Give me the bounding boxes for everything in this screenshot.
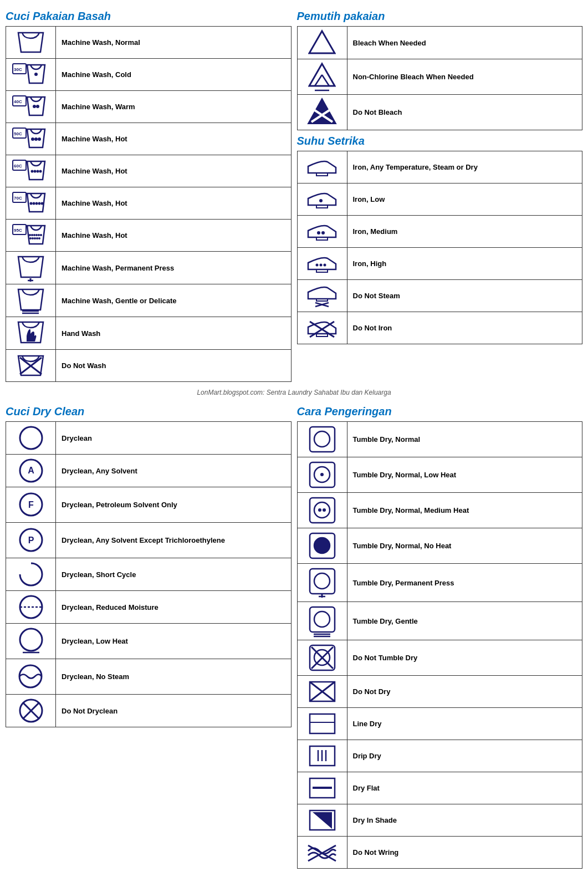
svg-point-77 <box>20 629 42 651</box>
do-not-wring-icon <box>297 837 347 869</box>
svg-rect-58 <box>316 269 328 272</box>
svg-marker-49 <box>308 99 336 124</box>
svg-text:40C: 40C <box>14 99 22 104</box>
table-row: 95C <box>6 220 292 252</box>
table-row: Do Not Iron <box>297 312 582 344</box>
svg-text:A: A <box>28 466 34 475</box>
wash-gentle-icon <box>6 284 56 317</box>
svg-point-11 <box>38 137 41 141</box>
table-row: Do Not Tumble Dry <box>297 640 582 676</box>
svg-point-29 <box>33 234 35 236</box>
do-not-tumble-dry-label: Do Not Tumble Dry <box>347 640 582 676</box>
dryclean-short-cycle-label: Dryclean, Short Cycle <box>56 558 292 591</box>
table-row: Do Not Bleach <box>297 95 582 130</box>
tumble-dry-gentle-icon <box>297 602 347 640</box>
table-row: Non-Chlorine Bleach When Needed <box>297 59 582 95</box>
do-not-wash-label: Do Not Wash <box>56 350 292 382</box>
dryclean-low-heat-icon <box>6 624 56 659</box>
wash-hot95-icon: 95C <box>6 220 56 252</box>
svg-point-34 <box>32 237 34 239</box>
dry-flat-icon <box>297 772 347 804</box>
tumble-dry-perm-press-icon <box>297 564 347 602</box>
iron-any-label: Iron, Any Temperature, Steam or Dry <box>347 151 582 183</box>
bleach-table: Bleach When Needed Non-Chlorine Bleach W… <box>297 26 583 130</box>
table-row: Dryclean <box>6 422 292 455</box>
svg-point-90 <box>318 508 321 512</box>
dryclean-section-title: Cuci Dry Clean <box>6 405 292 418</box>
svg-text:F: F <box>28 500 34 509</box>
iron-low-label: Iron, Low <box>347 183 582 216</box>
do-not-dryclean-icon <box>6 695 56 727</box>
svg-point-36 <box>36 237 38 239</box>
svg-rect-83 <box>310 427 335 452</box>
wash-gentle-label: Machine Wash, Gentle or Delicate <box>56 284 292 317</box>
dryclean-p-icon: P <box>6 523 56 558</box>
dryclean-any-solvent-icon: A <box>6 455 56 487</box>
dryclean-short-cycle-icon <box>6 558 56 591</box>
do-not-dry-icon <box>297 676 347 708</box>
drying-section-title: Cara Pengeringan <box>297 405 583 418</box>
svg-point-16 <box>36 170 39 173</box>
table-row: Hand Wash <box>6 317 292 350</box>
dryclean-no-steam-icon <box>6 659 56 695</box>
non-chlorine-bleach-icon <box>297 59 347 95</box>
table-row: Drip Dry <box>297 740 582 772</box>
svg-rect-88 <box>310 498 335 523</box>
table-row: Do Not Dryclean <box>6 695 292 727</box>
do-not-iron-icon <box>297 312 347 344</box>
tumble-dry-normal-label: Tumble Dry, Normal <box>347 422 582 457</box>
do-not-wash-icon <box>6 350 56 382</box>
svg-point-2 <box>34 73 38 76</box>
svg-rect-53 <box>316 205 328 208</box>
dryclean-no-steam-label: Dryclean, No Steam <box>56 659 292 695</box>
table-row: A Dryclean, Any Solvent <box>6 455 292 487</box>
svg-text:60C: 60C <box>14 164 22 169</box>
dryclean-any-solvent-label: Dryclean, Any Solvent <box>56 455 292 487</box>
iron-table: Iron, Any Temperature, Steam or Dry Iron… <box>297 151 583 344</box>
svg-point-91 <box>323 508 326 512</box>
svg-rect-109 <box>310 714 335 733</box>
wash-normal-icon <box>6 27 56 59</box>
wash-hot50-icon: 50C <box>6 123 56 155</box>
svg-rect-65 <box>316 334 328 337</box>
drip-dry-icon <box>297 740 347 772</box>
svg-point-35 <box>34 237 36 239</box>
tumble-dry-medium-label: Tumble Dry, Normal, Medium Heat <box>347 493 582 528</box>
svg-line-46 <box>315 75 322 86</box>
table-row: Do Not Wash <box>6 350 292 382</box>
svg-point-6 <box>36 105 39 108</box>
table-row: Dryclean, Reduced Moisture <box>6 591 292 624</box>
svg-text:30C: 30C <box>14 67 22 72</box>
bleach-section-title: Pemutih pakaian <box>297 10 583 23</box>
svg-rect-62 <box>316 299 328 301</box>
table-row: Bleach When Needed <box>297 27 582 59</box>
wash-warm-icon: 40C <box>6 91 56 123</box>
line-dry-icon <box>297 708 347 740</box>
table-row: Machine Wash, Gentle or Delicate <box>6 284 292 317</box>
svg-point-28 <box>31 234 33 236</box>
iron-medium-icon <box>297 216 347 248</box>
table-row: Dryclean, Short Cycle <box>6 558 292 591</box>
wash-cold-icon: 30C <box>6 59 56 91</box>
svg-text:50C: 50C <box>14 131 22 136</box>
table-row: 70C Machine Wash, Hot <box>6 187 292 220</box>
table-row: Machine Wash, Normal <box>6 27 292 59</box>
iron-high-icon <box>297 248 347 280</box>
line-dry-label: Line Dry <box>347 708 582 740</box>
svg-point-21 <box>32 202 35 205</box>
wash-perm-press-icon <box>6 252 56 284</box>
dry-in-shade-label: Dry In Shade <box>347 804 582 837</box>
svg-point-99 <box>314 611 330 627</box>
svg-point-32 <box>40 234 42 236</box>
svg-point-87 <box>320 473 324 476</box>
dryclean-label: Dryclean <box>56 422 292 455</box>
wash-warm-label: Machine Wash, Warm <box>56 91 292 123</box>
wash-perm-press-label: Machine Wash, Permanent Press <box>56 252 292 284</box>
iron-medium-label: Iron, Medium <box>347 216 582 248</box>
table-row: Dry Flat <box>297 772 582 804</box>
hand-wash-label: Hand Wash <box>56 317 292 350</box>
hand-wash-icon <box>6 317 56 350</box>
svg-text:70C: 70C <box>14 196 22 201</box>
bleach-needed-label: Bleach When Needed <box>347 27 582 59</box>
svg-point-60 <box>320 263 323 266</box>
